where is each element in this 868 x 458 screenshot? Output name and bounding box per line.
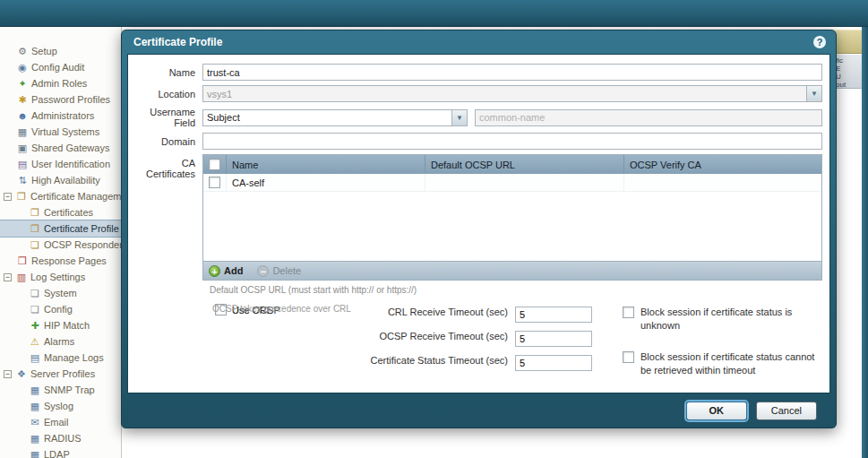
block-unknown-option[interactable]: Block session if certificate status is u…	[623, 306, 827, 333]
sidebar-item-label: Certificates	[44, 207, 93, 218]
sidebar-item-virtual-systems[interactable]: Virtual Systems	[0, 124, 121, 140]
sidebar-item-label: Setup	[31, 46, 57, 56]
sidebar-item-high-availability[interactable]: High Availability	[0, 172, 121, 188]
status-timeout-input[interactable]	[515, 355, 592, 371]
sidebar-item-password-profiles[interactable]: Password Profiles	[0, 91, 121, 108]
sidebar-item-label: RADIUS	[44, 433, 82, 444]
ca-table-header: Name Default OCSP URL OCSP Verify CA	[203, 155, 821, 174]
column-header-ocsp-verify-ca[interactable]: OCSP Verify CA	[624, 155, 821, 174]
right-edge-strip	[862, 27, 868, 458]
add-button[interactable]: + Add	[209, 265, 243, 277]
tree-collapse-icon[interactable]: −	[4, 273, 12, 281]
column-header-default-ocsp-url[interactable]: Default OCSP URL	[425, 155, 624, 174]
name-label: Name	[133, 67, 202, 78]
cell-name: CA-self	[227, 174, 425, 191]
location-dropdown-icon: ▼	[807, 85, 822, 102]
block-timeout-label: Block session if certificate status cann…	[640, 350, 827, 377]
sidebar-item-label: Config Audit	[31, 62, 84, 73]
sidebar-item-hip-match[interactable]: HIP Match	[0, 317, 121, 333]
sidebar-item-label: Syslog	[44, 401, 73, 411]
sidebar-item-label: User Identification	[31, 159, 110, 169]
sidebar-item-snmp-trap[interactable]: SNMP Trap	[0, 382, 121, 398]
dialog-body: Name Location ▼ Username Field ▼ Domain …	[127, 54, 830, 393]
alarms-icon	[29, 333, 41, 350]
cancel-button[interactable]: Cancel	[756, 402, 817, 420]
select-all-checkbox[interactable]	[209, 159, 220, 170]
sidebar-item-ocsp-responder[interactable]: OCSP Responder	[0, 237, 121, 253]
crl-timeout-label: CRL Receive Timeout (sec)	[269, 307, 508, 317]
server-profiles-icon	[15, 366, 28, 382]
sidebar-item-certificates[interactable]: Certificates	[0, 204, 121, 220]
sidebar-item-setup[interactable]: Setup	[0, 43, 121, 59]
row-checkbox[interactable]	[209, 177, 220, 188]
block-timeout-option[interactable]: Block session if certificate status cann…	[623, 350, 827, 377]
ocsp-icon	[29, 237, 41, 253]
sidebar-item-administrators[interactable]: Administrators	[0, 108, 121, 124]
sidebar-item-label: OCSP Responder	[44, 239, 121, 250]
server-icon	[29, 382, 41, 398]
username-field-value[interactable]	[202, 109, 452, 126]
tree-collapse-icon[interactable]: −	[4, 370, 12, 378]
delete-button[interactable]: − Delete	[257, 265, 301, 277]
sidebar-item-email[interactable]: Email	[0, 414, 121, 430]
ca-certificates-table: Name Default OCSP URL OCSP Verify CA CA-…	[202, 154, 822, 281]
sidebar-item-syslog[interactable]: Syslog	[0, 398, 121, 414]
sidebar-item-shared-gateways[interactable]: Shared Gateways	[0, 140, 121, 156]
sidebar-item-response-pages[interactable]: Response Pages	[0, 253, 121, 269]
crl-timeout-input[interactable]	[515, 307, 592, 323]
dialog-title: Certificate Profile	[122, 30, 836, 54]
help-icon[interactable]: ?	[813, 36, 826, 48]
server-icon	[29, 446, 41, 458]
email-icon	[29, 414, 41, 430]
sidebar-item-label: Log Settings	[30, 272, 85, 282]
log-settings-icon	[15, 269, 28, 285]
domain-label: Domain	[133, 136, 202, 147]
administrator-icon	[16, 108, 29, 124]
add-button-label: Add	[224, 265, 243, 276]
user-id-icon	[16, 156, 29, 172]
block-unknown-label: Block session if certificate status is u…	[640, 306, 827, 333]
sidebar-item-system[interactable]: System	[0, 285, 121, 301]
add-icon: +	[209, 265, 220, 277]
chevron-down-icon[interactable]: ▼	[452, 109, 468, 126]
ca-certificates-label: CA Certificates	[133, 154, 202, 179]
sidebar-item-certificate-profile[interactable]: Certificate Profile	[0, 220, 121, 237]
sidebar-item-label: Certificate Profile	[44, 223, 119, 234]
sidebar-item-radius[interactable]: RADIUS	[0, 430, 121, 446]
ocsp-timeout-label: OCSP Receive Timeout (sec)	[269, 331, 508, 341]
sidebar-item-user-identification[interactable]: User Identification	[0, 156, 121, 172]
audit-icon	[16, 59, 29, 75]
ok-button[interactable]: OK	[686, 402, 747, 420]
sidebar-item-server-profiles[interactable]: −Server Profiles	[0, 366, 121, 382]
certificate-icon	[29, 220, 41, 237]
tree-collapse-icon[interactable]: −	[4, 193, 12, 201]
table-row[interactable]: CA-self	[203, 174, 821, 192]
dialog-footer: OK Cancel	[122, 393, 836, 428]
shared-gateways-icon	[16, 140, 29, 156]
block-unknown-checkbox[interactable]	[623, 307, 634, 318]
sidebar-item-manage-logs[interactable]: Manage Logs	[0, 350, 121, 366]
sidebar-item-config-audit[interactable]: Config Audit	[0, 59, 121, 75]
page-icon	[29, 285, 41, 301]
column-header-name[interactable]: Name	[227, 155, 425, 174]
sidebar-item-certificate-managem[interactable]: −Certificate Managem	[0, 188, 121, 204]
domain-input[interactable]	[202, 133, 822, 150]
sidebar-item-label: Shared Gateways	[31, 143, 109, 153]
sidebar-item-alarms[interactable]: Alarms	[0, 333, 121, 350]
sidebar-item-label: LDAP	[44, 449, 70, 458]
sidebar-item-label: SNMP Trap	[44, 385, 95, 395]
sidebar-item-label: High Availability	[31, 175, 100, 186]
block-timeout-checkbox[interactable]	[623, 351, 634, 363]
sidebar-item-log-settings[interactable]: −Log Settings	[0, 269, 121, 285]
sidebar-item-label: HIP Match	[44, 320, 90, 331]
sidebar-item-admin-roles[interactable]: Admin Roles	[0, 75, 121, 91]
name-input[interactable]	[202, 64, 822, 81]
ocsp-timeout-input[interactable]	[515, 331, 592, 347]
sidebar-item-ldap[interactable]: LDAP	[0, 446, 121, 458]
virtual-systems-icon	[16, 124, 29, 140]
delete-button-label: Delete	[272, 265, 301, 276]
sidebar-item-config[interactable]: Config	[0, 301, 121, 317]
column-fragment: U	[836, 73, 857, 81]
username-field-select[interactable]: ▼	[202, 109, 468, 126]
username-field-label: Username Field	[133, 107, 202, 128]
